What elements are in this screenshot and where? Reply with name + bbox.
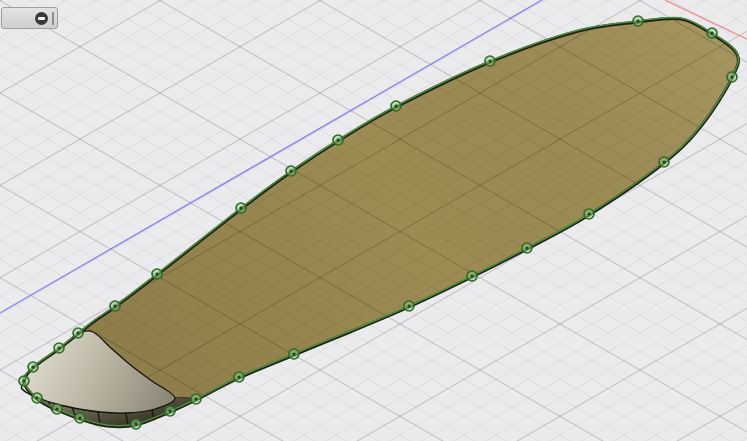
spline-control-point[interactable] — [28, 362, 38, 372]
spline-control-point[interactable] — [32, 393, 42, 403]
spline-control-point[interactable] — [52, 404, 62, 414]
spline-control-point[interactable] — [131, 419, 141, 429]
spline-control-point[interactable] — [333, 135, 343, 145]
grip-divider[interactable] — [52, 12, 54, 25]
spline-control-point[interactable] — [75, 413, 85, 423]
spline-control-point[interactable] — [236, 203, 246, 213]
spline-control-point[interactable] — [707, 28, 717, 38]
minus-icon[interactable] — [35, 12, 48, 25]
spline-control-point[interactable] — [404, 301, 414, 311]
spline-control-point[interactable] — [110, 301, 120, 311]
cad-viewport[interactable] — [0, 0, 747, 441]
collapsed-toolbar[interactable] — [1, 7, 58, 29]
spline-control-point[interactable] — [73, 328, 83, 338]
spline-control-point[interactable] — [485, 56, 495, 66]
spline-control-point[interactable] — [234, 372, 244, 382]
spline-control-point[interactable] — [191, 394, 201, 404]
spline-control-point[interactable] — [522, 243, 532, 253]
spline-control-point[interactable] — [467, 271, 477, 281]
modeling-canvas[interactable] — [0, 0, 747, 441]
spline-control-point[interactable] — [165, 406, 175, 416]
spline-control-point[interactable] — [289, 349, 299, 359]
spline-control-point[interactable] — [659, 157, 669, 167]
spline-control-point[interactable] — [19, 376, 29, 386]
spline-control-point[interactable] — [391, 101, 401, 111]
spline-control-point[interactable] — [727, 72, 737, 82]
spline-control-point[interactable] — [286, 166, 296, 176]
spline-control-point[interactable] — [633, 16, 643, 26]
spline-control-point[interactable] — [54, 343, 64, 353]
spline-control-point[interactable] — [584, 209, 594, 219]
spline-control-point[interactable] — [152, 269, 162, 279]
